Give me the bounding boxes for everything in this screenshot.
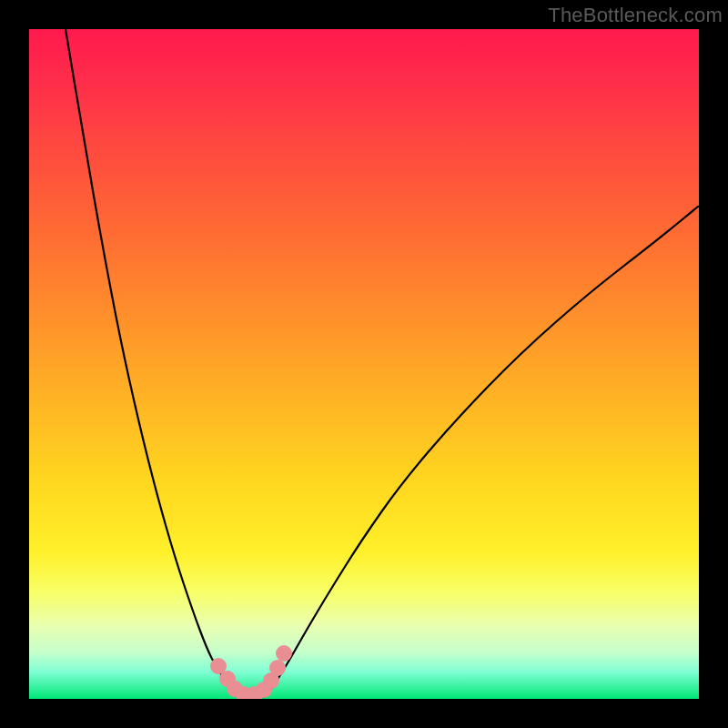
marker-cluster — [210, 645, 292, 699]
watermark-text: TheBottleneck.com — [548, 4, 723, 27]
chart-svg — [29, 29, 699, 699]
chart-plot-area — [29, 29, 699, 699]
curve-left-branch — [66, 29, 240, 697]
curve-right-branch — [264, 207, 698, 697]
marker-dot — [269, 660, 286, 676]
chart-frame: TheBottleneck.com — [0, 0, 728, 728]
marker-dot — [276, 645, 292, 662]
